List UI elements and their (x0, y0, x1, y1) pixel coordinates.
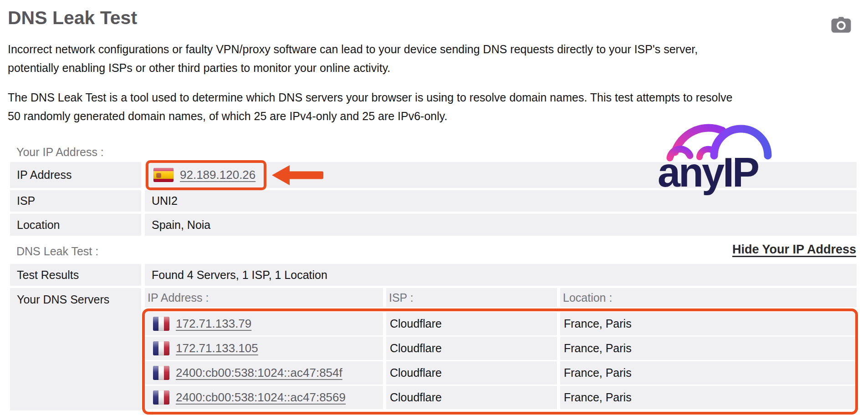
dns-server-isp-cell: Cloudflare (386, 312, 557, 335)
dns-server-location-cell: France, Paris (560, 361, 857, 385)
france-flag-icon (153, 366, 169, 380)
dns-server-isp-cell: Cloudflare (386, 361, 557, 385)
dns-test-section-label: DNS Leak Test : (16, 245, 98, 258)
your-ip-link[interactable]: 92.189.120.26 (180, 168, 255, 182)
dns-server-row: 172.71.133.105 Cloudflare France, Paris (145, 337, 857, 360)
dns-server-ip-link[interactable]: 2400:cb00:538:1024::ac47:8569 (176, 390, 346, 405)
dns-server-ip-cell: 2400:cb00:538:1024::ac47:854f (145, 361, 383, 385)
camera-icon[interactable] (831, 15, 852, 35)
dns-server-location-cell: France, Paris (560, 312, 857, 335)
dns-server-ip-cell: 2400:cb00:538:1024::ac47:8569 (145, 386, 383, 409)
dns-server-rows: 172.71.133.79 Cloudflare France, Paris 1… (145, 312, 857, 410)
location-row-value: Spain, Noia (145, 214, 857, 236)
ip-highlight-box: 92.189.120.26 (146, 160, 266, 190)
france-flag-icon (153, 390, 169, 405)
spain-flag-icon (153, 168, 174, 182)
table-row-test-results: Test Results Found 4 Servers, 1 ISP, 1 L… (10, 264, 857, 286)
isp-row-label: ISP (10, 190, 141, 212)
intro-paragraph-1: Incorrect network configurations or faul… (8, 40, 860, 77)
dns-server-ip-cell: 172.71.133.79 (145, 312, 383, 335)
france-flag-icon (153, 317, 169, 331)
dns-server-isp-cell: Cloudflare (386, 337, 557, 360)
column-header-location: Location : (560, 288, 857, 307)
dns-server-ip-link[interactable]: 2400:cb00:538:1024::ac47:854f (176, 366, 342, 380)
dns-test-table: Test Results Found 4 Servers, 1 ISP, 1 L… (10, 264, 857, 413)
anyip-logo: anyIP (659, 119, 782, 202)
table-row-location: Location Spain, Noia (10, 214, 857, 236)
ip-address-row-label: IP Address (10, 162, 141, 188)
dns-servers-table: IP Address : ISP : Location : 172.71.133… (145, 288, 857, 410)
dns-server-row: 2400:cb00:538:1024::ac47:8569 Cloudflare… (145, 386, 857, 409)
dns-server-location-cell: France, Paris (560, 386, 857, 409)
table-row-dns-servers: Your DNS Servers IP Address : ISP : Loca… (10, 288, 857, 410)
camera-icon-glyph (831, 15, 852, 35)
dns-server-row: 172.71.133.79 Cloudflare France, Paris (145, 312, 857, 335)
dns-server-row: 2400:cb00:538:1024::ac47:854f Cloudflare… (145, 361, 857, 385)
test-results-label: Test Results (10, 264, 141, 286)
dns-servers-label: Your DNS Servers (10, 288, 141, 410)
location-row-label: Location (10, 214, 141, 236)
test-results-value: Found 4 Servers, 1 ISP, 1 Location (145, 264, 857, 286)
france-flag-icon (153, 341, 169, 355)
hide-your-ip-link[interactable]: Hide Your IP Address (732, 243, 856, 257)
column-header-ip: IP Address : (145, 288, 383, 307)
dns-leak-test-page: DNS Leak Test Incorrect network configur… (0, 0, 868, 420)
anyip-logo-text: anyIP (659, 150, 758, 195)
dns-server-ip-link[interactable]: 172.71.133.105 (176, 341, 258, 355)
page-title: DNS Leak Test (8, 7, 137, 29)
dns-server-isp-cell: Cloudflare (386, 386, 557, 409)
arrow-left-icon (272, 165, 324, 186)
column-header-isp: ISP : (386, 288, 557, 307)
dns-servers-header-row: IP Address : ISP : Location : (145, 288, 857, 307)
dns-server-location-cell: France, Paris (560, 337, 857, 360)
your-ip-section-label: Your IP Address : (16, 146, 104, 159)
dns-server-ip-cell: 172.71.133.105 (145, 337, 383, 360)
dns-server-ip-link[interactable]: 172.71.133.79 (176, 317, 251, 331)
